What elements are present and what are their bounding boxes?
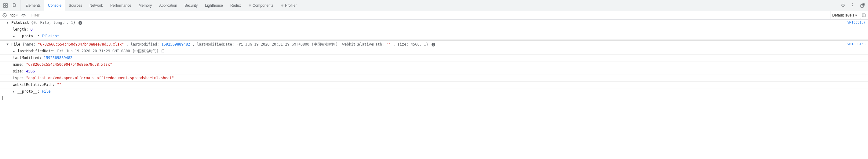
line-gutter-1 bbox=[0, 20, 5, 21]
file-proto-line: ▶ __proto__: File bbox=[0, 88, 868, 95]
filelist-source-link[interactable]: VM18581:7 bbox=[847, 20, 868, 24]
svg-rect-0 bbox=[4, 4, 5, 5]
file-proto-triangle[interactable]: ▶ bbox=[13, 89, 15, 94]
svg-rect-2 bbox=[4, 6, 5, 7]
tab-console[interactable]: Console bbox=[44, 0, 65, 11]
file-size-line: size: 4566 bbox=[0, 68, 868, 75]
scope-chevron-icon: ▾ bbox=[16, 14, 18, 17]
svg-point-11 bbox=[23, 15, 24, 16]
toolbar-icon-group bbox=[1, 0, 21, 11]
svg-line-10 bbox=[3, 14, 6, 17]
filelist-proto-triangle[interactable]: ▶ bbox=[13, 34, 15, 39]
console-bar: top ▾ Default levels ▾ bbox=[0, 11, 868, 20]
filelist-proto-link[interactable]: FileList bbox=[42, 34, 60, 38]
line-gutter-11 bbox=[6, 89, 11, 89]
tab-security[interactable]: Security bbox=[181, 0, 201, 11]
tab-profiler[interactable]: ⚛ Profiler bbox=[277, 0, 300, 11]
svg-rect-3 bbox=[6, 6, 7, 7]
line-gutter-10 bbox=[6, 82, 11, 83]
file-source-link[interactable]: VM18581:8 bbox=[847, 42, 868, 46]
file-proto-link[interactable]: File bbox=[42, 89, 51, 94]
settings-button[interactable]: ⚙ bbox=[839, 1, 847, 10]
console-filelist-header: ▶ FileList {0: File, length: 1} i VM1858… bbox=[0, 20, 868, 26]
line-gutter-5 bbox=[6, 48, 11, 49]
filelist-expand-triangle[interactable]: ▶ bbox=[5, 22, 10, 24]
line-gutter-6 bbox=[6, 55, 11, 56]
file-header-content: ▶ File {name: "6782666c554c450d9047b40e8… bbox=[5, 42, 847, 47]
tab-performance[interactable]: Performance bbox=[106, 0, 135, 11]
tab-bar: Elements Console Sources Network Perform… bbox=[22, 0, 839, 11]
file-lastmodified-line: lastModified: 1592569889482 bbox=[0, 55, 868, 61]
filelist-header-content: ▶ FileList {0: File, length: 1} i bbox=[5, 20, 847, 26]
tab-lighthouse[interactable]: Lighthouse bbox=[201, 0, 227, 11]
lastmodifieddate-triangle[interactable]: ▶ bbox=[13, 49, 15, 54]
tab-components[interactable]: ⚛ Components bbox=[245, 0, 277, 11]
scope-selector[interactable]: top ▾ bbox=[9, 12, 19, 18]
svg-rect-12 bbox=[862, 14, 865, 17]
devtools-toolbar: Elements Console Sources Network Perform… bbox=[0, 0, 868, 11]
filelist-proto-line: ▶ __proto__: FileList bbox=[0, 33, 868, 40]
console-cursor-line[interactable]: | bbox=[0, 95, 868, 101]
file-webkitrelativepath-line: webkitRelativePath: "" bbox=[0, 82, 868, 88]
console-file-header: ▶ File {name: "6782666c554c450d9047b40e8… bbox=[0, 41, 868, 48]
inspect-button[interactable] bbox=[1, 1, 10, 10]
svg-rect-1 bbox=[6, 4, 7, 5]
tab-elements[interactable]: Elements bbox=[22, 0, 44, 11]
filelist-info-icon[interactable]: i bbox=[79, 21, 82, 25]
file-type-line: type: "application/vnd.openxmlformats-of… bbox=[0, 75, 868, 82]
cursor-caret: | bbox=[1, 96, 4, 100]
line-gutter-4 bbox=[0, 42, 5, 42]
clear-console-button[interactable] bbox=[1, 12, 8, 19]
line-gutter-8 bbox=[6, 69, 11, 69]
file-lastmodifieddate-line: ▶ lastModifiedDate: Fri Jun 19 2020 20:3… bbox=[0, 48, 868, 55]
tab-memory[interactable]: Memory bbox=[135, 0, 155, 11]
console-bar-left: top ▾ bbox=[1, 12, 29, 19]
file-name-line: name: "6782666c554c450d9047b40e8ee78d38.… bbox=[0, 61, 868, 68]
console-filter-input[interactable] bbox=[30, 12, 829, 18]
file-info-icon[interactable]: i bbox=[432, 43, 435, 47]
console-output: ▶ FileList {0: File, length: 1} i VM1858… bbox=[0, 20, 868, 159]
toolbar-right: ⚙ ⋮ bbox=[839, 1, 867, 10]
line-gutter-3 bbox=[6, 33, 11, 34]
tab-redux[interactable]: Redux bbox=[227, 0, 245, 11]
file-expand-triangle[interactable]: ▶ bbox=[5, 44, 10, 45]
undock-button[interactable] bbox=[858, 1, 867, 10]
svg-rect-4 bbox=[13, 4, 15, 7]
log-levels-button[interactable]: Default levels ▾ bbox=[830, 11, 859, 19]
tab-application[interactable]: Application bbox=[155, 0, 181, 11]
line-gutter-7 bbox=[6, 62, 11, 62]
filelist-length-line: length: 0 bbox=[0, 26, 868, 33]
line-gutter-2 bbox=[6, 27, 11, 27]
line-gutter-9 bbox=[6, 75, 11, 76]
tab-sources[interactable]: Sources bbox=[65, 0, 86, 11]
console-sidebar-toggle[interactable] bbox=[860, 12, 867, 19]
live-expression-button[interactable] bbox=[20, 12, 27, 19]
tab-network[interactable]: Network bbox=[86, 0, 106, 11]
device-toggle-button[interactable] bbox=[10, 1, 19, 10]
more-button[interactable]: ⋮ bbox=[848, 1, 857, 10]
